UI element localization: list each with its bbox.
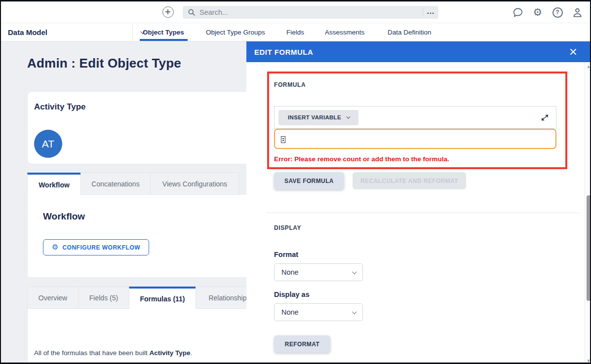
app-window: ... ⚙ ? Data Model Object Types Object T… xyxy=(0,0,591,364)
tab-data-definition[interactable]: Data Definition xyxy=(388,23,432,41)
display-as-label: Display as xyxy=(274,291,310,298)
page-title: Admin : Edit Object Type xyxy=(27,56,181,71)
edit-formula-panel: EDIT FORMULA FORMULA INSERT VARIABLE xyxy=(246,41,591,364)
tab-fields-count[interactable]: Fields (5) xyxy=(78,287,129,309)
panel-title: EDIT FORMULA xyxy=(254,48,313,56)
format-label: Format xyxy=(274,251,298,258)
insert-variable-label: INSERT VARIABLE xyxy=(288,114,341,120)
user-icon[interactable] xyxy=(571,6,583,18)
detail-tabs: Overview Fields (5) Formulas (11) Relati… xyxy=(27,287,260,309)
formula-error-text: Error: Please remove count or add them t… xyxy=(274,155,449,163)
search-input[interactable] xyxy=(196,8,423,16)
display-as-select-value: None xyxy=(281,308,299,316)
chevron-down-icon xyxy=(352,269,357,274)
recalculate-reformat-button[interactable]: RECALCULATE AND REFORMAT xyxy=(353,172,466,189)
formulas-note-prefix: All of the formulas that have been built xyxy=(34,349,149,357)
data-model-dropdown[interactable]: Data Model xyxy=(8,23,144,41)
search-more-button[interactable]: ... xyxy=(423,8,438,17)
format-select[interactable]: None xyxy=(274,263,363,281)
format-select-value: None xyxy=(281,268,299,276)
formula-input[interactable] xyxy=(274,129,556,149)
topbar-icons: ⚙ ? xyxy=(512,1,583,23)
configure-workflow-label: CONFIGURE WORKFLOW xyxy=(62,244,140,251)
unknown-character-glyph xyxy=(281,136,285,143)
formula-toolbar: INSERT VARIABLE xyxy=(274,106,556,129)
scrollbar[interactable]: ▲ ▼ xyxy=(585,62,591,364)
settings-icon[interactable]: ⚙ xyxy=(532,6,544,18)
tab-workflow[interactable]: Workflow xyxy=(27,173,81,195)
close-icon[interactable] xyxy=(569,48,577,56)
formulas-note: All of the formulas that have been built… xyxy=(34,349,192,357)
reformat-button[interactable]: REFORMAT xyxy=(274,335,330,353)
tab-object-types[interactable]: Object Types xyxy=(143,23,184,41)
section-divider xyxy=(266,213,580,213)
nav-divider xyxy=(132,23,133,41)
avatar-initials: AT xyxy=(42,138,54,150)
gear-icon: ⚙ xyxy=(52,244,58,251)
data-model-label: Data Model xyxy=(8,28,47,36)
tab-overview[interactable]: Overview xyxy=(27,287,79,309)
avatar: AT xyxy=(34,130,62,158)
tab-assessments[interactable]: Assessments xyxy=(325,23,364,41)
search-icon xyxy=(188,8,196,16)
chevron-down-icon xyxy=(346,114,350,118)
chevron-down-icon xyxy=(352,309,357,314)
display-section-label: DISPLAY xyxy=(274,224,301,231)
scrollbar-thumb[interactable] xyxy=(587,195,591,301)
panel-header: EDIT FORMULA xyxy=(246,41,591,62)
tab-object-type-groups[interactable]: Object Type Groups xyxy=(206,23,265,41)
help-icon[interactable]: ? xyxy=(552,6,563,18)
tab-views-configurations[interactable]: Views Configurations xyxy=(150,173,239,195)
workflow-heading: Workflow xyxy=(43,211,85,222)
scrollbar-down-arrow[interactable]: ▼ xyxy=(585,359,591,363)
expand-icon[interactable] xyxy=(541,113,549,122)
formula-section-label: FORMULA xyxy=(274,81,306,88)
tab-formulas[interactable]: Formulas (11) xyxy=(129,287,196,309)
search-bar[interactable]: ... xyxy=(183,6,438,19)
config-tabs: Workflow Concatenations Views Configurat… xyxy=(27,173,239,195)
module-nav: Data Model Object Types Object Type Grou… xyxy=(1,23,590,41)
insert-variable-button[interactable]: INSERT VARIABLE xyxy=(278,110,358,125)
chat-icon[interactable] xyxy=(512,6,524,18)
question-mark: ? xyxy=(552,7,563,18)
scrollbar-up-arrow[interactable]: ▲ xyxy=(585,65,591,69)
add-icon[interactable] xyxy=(162,6,174,18)
topbar: ... ⚙ ? xyxy=(1,1,590,23)
active-tab-indicator xyxy=(140,39,188,41)
object-card-title: Activity Type xyxy=(34,102,86,112)
display-as-select[interactable]: None xyxy=(274,303,363,321)
configure-workflow-button[interactable]: ⚙ CONFIGURE WORKFLOW xyxy=(43,239,149,255)
tab-concatenations[interactable]: Concatenations xyxy=(80,173,151,195)
formulas-note-suffix: . xyxy=(190,349,192,357)
tab-fields[interactable]: Fields xyxy=(286,23,304,41)
save-formula-button[interactable]: SAVE FORMULA xyxy=(274,172,344,189)
formulas-note-object: Activity Type xyxy=(149,349,190,357)
